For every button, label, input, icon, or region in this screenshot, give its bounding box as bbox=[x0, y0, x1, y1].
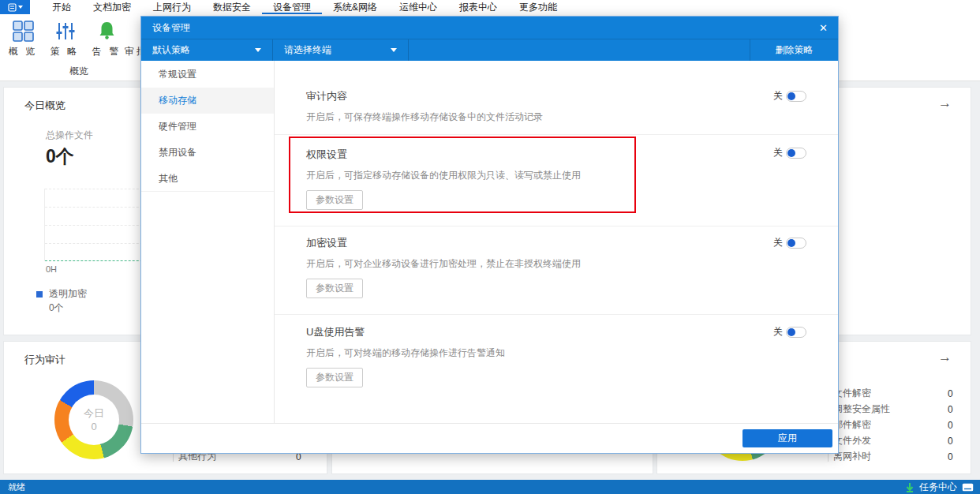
delete-policy-button[interactable]: 删除策略 bbox=[750, 39, 838, 61]
app-menu-button[interactable] bbox=[0, 0, 30, 14]
terminal-dropdown-value: 请选择终端 bbox=[284, 43, 331, 57]
menu-item-web-behavior[interactable]: 上网行为 bbox=[142, 0, 202, 14]
section-title: 审计内容 bbox=[306, 89, 806, 103]
status-bar: 就绪 任务中心 bbox=[0, 480, 980, 494]
donut-center-text: 今日 0 bbox=[54, 406, 133, 433]
chevron-down-icon bbox=[255, 48, 261, 52]
menu-bar: 开始 文档加密 上网行为 数据安全 设备管理 系统&网络 运维中心 报表中心 更… bbox=[0, 0, 980, 14]
row-label: 邮件解密 bbox=[833, 418, 871, 432]
download-arrow-icon bbox=[905, 482, 915, 492]
tool-alert[interactable]: 告 警 bbox=[88, 18, 125, 58]
toggle-knob bbox=[787, 92, 795, 100]
menu-item-system-network[interactable]: 系统&网络 bbox=[322, 0, 388, 14]
sidebar-item-removable-storage[interactable]: 移动存储 bbox=[141, 88, 274, 114]
menu-item-ops-center[interactable]: 运维中心 bbox=[388, 0, 448, 14]
dialog-title-bar: 设备管理 ✕ bbox=[141, 17, 838, 39]
arrow-right-icon[interactable]: → bbox=[938, 350, 952, 365]
legend-value: 0个 bbox=[49, 301, 64, 315]
row-label: 调整安全属性 bbox=[833, 402, 890, 416]
row-label: 离网补时 bbox=[833, 450, 871, 463]
dialog-content: 审计内容 开启后，可保存终端操作移动存储设备中的文件活动记录 关 权限设置 开启… bbox=[275, 61, 838, 425]
row-value: 0 bbox=[948, 451, 953, 462]
section-usb-alert: U盘使用告警 开启后，可对终端的移动存储操作进行告警通知 参数设置 关 bbox=[275, 315, 838, 403]
section-description: 开启后，可保存终端操作移动存储设备中的文件活动记录 bbox=[306, 110, 806, 124]
toggle-wrap: 关 bbox=[773, 236, 806, 249]
legend-label: 透明加密 bbox=[49, 287, 87, 301]
toggle-wrap: 关 bbox=[773, 89, 806, 103]
toggle-state-label: 关 bbox=[773, 236, 783, 249]
permission-settings-toggle[interactable] bbox=[786, 148, 806, 159]
bell-icon bbox=[95, 18, 118, 43]
row-label: 文件解密 bbox=[833, 387, 871, 400]
window-icon bbox=[8, 3, 17, 12]
row-value: 0 bbox=[948, 420, 953, 431]
tool-overview[interactable]: 概 览 bbox=[5, 18, 41, 58]
dialog-filter-bar: 默认策略 请选择终端 删除策略 bbox=[141, 39, 838, 61]
section-title: U盘使用告警 bbox=[306, 325, 806, 339]
x-axis-tick: 0H bbox=[46, 264, 57, 274]
toggle-state-label: 关 bbox=[773, 325, 783, 339]
chevron-down-icon bbox=[18, 6, 23, 9]
sidebar-item-other[interactable]: 其他 bbox=[141, 166, 274, 192]
audit-content-toggle[interactable] bbox=[786, 91, 806, 102]
arrow-right-icon[interactable]: → bbox=[938, 95, 952, 111]
section-audit-content: 审计内容 开启后，可保存终端操作移动存储设备中的文件活动记录 关 bbox=[275, 61, 838, 135]
legend-swatch bbox=[36, 291, 43, 298]
chart-legend: 透明加密 bbox=[36, 287, 87, 301]
tool-label: 策 略 bbox=[50, 45, 79, 58]
toggle-state-label: 关 bbox=[773, 146, 783, 159]
toggle-knob bbox=[787, 149, 795, 157]
row-value: 0 bbox=[948, 404, 953, 415]
card-title: 行为审计 bbox=[24, 353, 65, 367]
sidebar-item-general-settings[interactable]: 常规设置 bbox=[141, 62, 274, 88]
list-item: 调整安全属性 0 bbox=[828, 402, 960, 416]
apply-button[interactable]: 应用 bbox=[742, 429, 832, 447]
list-item: 文件解密 0 bbox=[828, 387, 960, 400]
sidebar-item-disabled-devices[interactable]: 禁用设备 bbox=[141, 140, 274, 166]
menu-item-device-management[interactable]: 设备管理 bbox=[262, 0, 322, 14]
dialog-title: 设备管理 bbox=[152, 21, 190, 35]
section-permission-settings: 权限设置 开启后，可指定移动存储设备的使用权限为只读、读写或禁止使用 参数设置 … bbox=[275, 135, 838, 226]
tool-policy[interactable]: 策 略 bbox=[47, 18, 83, 58]
menu-items: 开始 文档加密 上网行为 数据安全 设备管理 系统&网络 运维中心 报表中心 更… bbox=[41, 0, 568, 14]
dialog-sidebar: 常规设置 移动存储 硬件管理 禁用设备 其他 bbox=[141, 61, 275, 425]
list-item: 文件外发 0 bbox=[828, 434, 960, 447]
menu-item-report-center[interactable]: 报表中心 bbox=[448, 0, 508, 14]
menu-item-data-security[interactable]: 数据安全 bbox=[202, 0, 262, 14]
sidebar-item-hardware-management[interactable]: 硬件管理 bbox=[141, 114, 274, 140]
menu-item-more[interactable]: 更多功能 bbox=[508, 0, 568, 14]
row-value: 0 bbox=[948, 388, 953, 399]
parameter-settings-button[interactable]: 参数设置 bbox=[306, 279, 363, 298]
menu-item-start[interactable]: 开始 bbox=[41, 0, 82, 14]
grid-icon bbox=[11, 18, 35, 43]
section-description: 开启后，可对企业移动设备进行加密处理，禁止在非授权终端使用 bbox=[306, 257, 806, 271]
close-icon[interactable]: ✕ bbox=[819, 22, 828, 34]
donut-center-value: 0 bbox=[54, 420, 133, 433]
encryption-settings-toggle[interactable] bbox=[786, 238, 806, 249]
row-label: 文件外发 bbox=[833, 434, 871, 447]
parameter-settings-button[interactable]: 参数设置 bbox=[306, 368, 363, 387]
policy-dropdown[interactable]: 默认策略 bbox=[141, 39, 273, 61]
toggle-knob bbox=[787, 328, 795, 336]
app-window: 开始 文档加密 上网行为 数据安全 设备管理 系统&网络 运维中心 报表中心 更… bbox=[0, 0, 980, 494]
card-title: 今日概览 bbox=[24, 99, 65, 113]
usb-alert-toggle[interactable] bbox=[786, 327, 806, 338]
parameter-settings-button[interactable]: 参数设置 bbox=[306, 190, 363, 210]
section-encryption-settings: 加密设置 开启后，可对企业移动设备进行加密处理，禁止在非授权终端使用 参数设置 … bbox=[275, 226, 838, 315]
tool-label: 告 警 bbox=[92, 45, 121, 58]
device-management-dialog: 设备管理 ✕ 默认策略 请选择终端 删除策略 常规设置 移动存储 硬件管理 禁用… bbox=[140, 16, 839, 454]
task-center-link[interactable]: 任务中心 bbox=[919, 481, 957, 494]
menu-item-doc-encryption[interactable]: 文档加密 bbox=[82, 0, 142, 14]
section-title: 加密设置 bbox=[306, 236, 806, 250]
list-item: 离网补时 0 bbox=[828, 450, 960, 463]
tool-label: 概 览 bbox=[9, 45, 37, 58]
toggle-wrap: 关 bbox=[773, 146, 806, 159]
stat-label: 总操作文件 bbox=[46, 129, 93, 142]
terminal-dropdown[interactable]: 请选择终端 bbox=[273, 39, 409, 61]
policy-dropdown-value: 默认策略 bbox=[152, 43, 190, 57]
ribbon-group-label: 概览 bbox=[0, 65, 158, 78]
section-description: 开启后，可指定移动存储设备的使用权限为只读、读写或禁止使用 bbox=[306, 169, 806, 182]
monitor-icon[interactable] bbox=[962, 483, 974, 492]
dialog-body: 常规设置 移动存储 硬件管理 禁用设备 其他 审计内容 开启后，可保存终端操作移… bbox=[141, 61, 838, 425]
toggle-knob bbox=[787, 239, 795, 247]
